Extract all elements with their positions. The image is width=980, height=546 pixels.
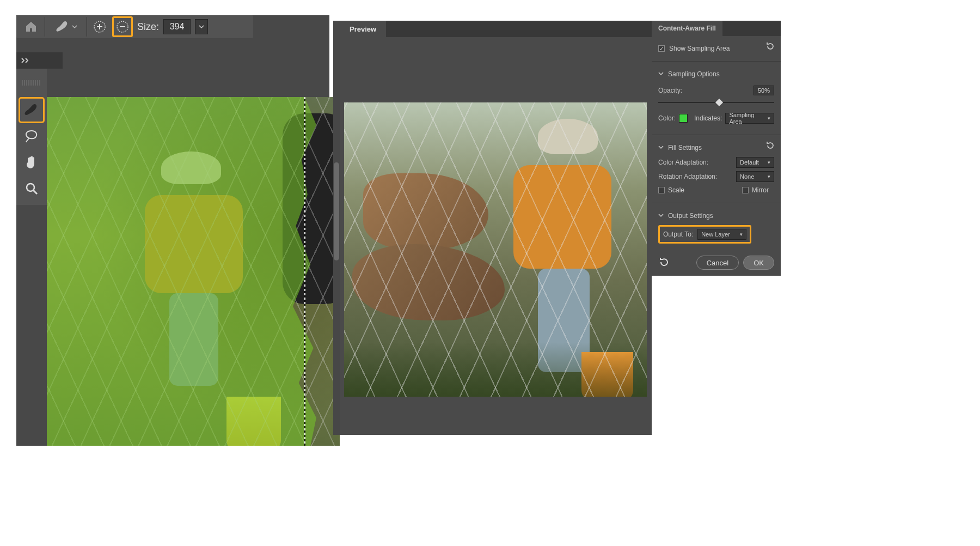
- preview-canvas[interactable]: [344, 102, 647, 397]
- indicates-dropdown[interactable]: Sampling Area ▾: [725, 113, 774, 124]
- color-adaptation-value: Default: [740, 159, 759, 166]
- svg-point-2: [27, 184, 34, 191]
- indicates-label: Indicates:: [694, 114, 722, 122]
- divider: [45, 17, 45, 37]
- sampling-canvas[interactable]: [47, 97, 340, 446]
- chevron-down-icon: [658, 144, 664, 151]
- chevron-down-icon: ▾: [740, 232, 743, 237]
- grip-icon: [22, 80, 41, 86]
- opacity-label: Opacity:: [658, 87, 682, 94]
- show-sampling-checkbox[interactable]: [658, 45, 665, 52]
- home-icon: [24, 21, 38, 33]
- selection-edge: [304, 97, 305, 446]
- slider-thumb-icon: [715, 99, 722, 106]
- reset-fill-settings-button[interactable]: [765, 141, 775, 150]
- lasso-icon: [24, 129, 39, 143]
- fill-settings-header[interactable]: Fill Settings: [658, 144, 774, 151]
- reset-icon: [765, 41, 775, 51]
- tab-content-aware-fill[interactable]: Content-Aware Fill: [652, 21, 722, 36]
- color-adaptation-label: Color Adaptation:: [658, 159, 708, 166]
- sampling-options-header[interactable]: Sampling Options: [658, 70, 774, 78]
- chevron-down-icon: [658, 212, 664, 220]
- reset-icon: [765, 141, 775, 150]
- subtract-highlight: [112, 16, 133, 37]
- ok-button[interactable]: OK: [743, 256, 774, 270]
- fence-overlay: [344, 102, 647, 397]
- preview-tabbar: Preview: [340, 21, 652, 37]
- brush-preset-picker[interactable]: [50, 17, 82, 36]
- reset-all-button[interactable]: [658, 256, 670, 270]
- hand-tool[interactable]: [20, 150, 44, 174]
- divider: [87, 17, 87, 37]
- mirror-label: Mirror: [752, 186, 769, 194]
- scale-checkbox[interactable]: [658, 187, 665, 193]
- rotation-adaptation-label: Rotation Adaptation:: [658, 173, 717, 180]
- sampling-brush-tool[interactable]: [20, 98, 44, 122]
- chevron-down-icon: [658, 70, 664, 78]
- output-to-label: Output To:: [663, 230, 693, 238]
- chevron-down-icon: ▾: [768, 116, 770, 121]
- sampling-workspace: Size:: [16, 15, 329, 446]
- sampling-color-swatch[interactable]: [679, 114, 688, 123]
- content-aware-fill-panel: Content-Aware Fill Show Sampling Area Sa…: [652, 21, 781, 276]
- brush-size-dropdown[interactable]: [195, 19, 208, 34]
- add-to-sampling-button[interactable]: [91, 19, 108, 35]
- opacity-slider[interactable]: [658, 99, 774, 106]
- brush-icon: [54, 20, 71, 33]
- output-to-highlight: Output To: New Layer ▾: [658, 225, 751, 244]
- brush-size-input[interactable]: [163, 19, 191, 34]
- brush-icon: [23, 103, 40, 117]
- panel-scrollbar: [333, 21, 340, 435]
- rotation-adaptation-dropdown[interactable]: None ▾: [736, 171, 774, 182]
- opacity-input[interactable]: [754, 86, 774, 95]
- reset-show-sampling-button[interactable]: [765, 41, 775, 51]
- home-button[interactable]: [22, 17, 40, 36]
- sampling-options-label: Sampling Options: [668, 70, 720, 78]
- hand-icon: [24, 155, 39, 170]
- rotation-adaptation-value: None: [740, 173, 754, 180]
- lasso-tool[interactable]: [20, 124, 44, 148]
- scrollbar-thumb[interactable]: [334, 162, 339, 260]
- preview-panel: Preview: [340, 21, 652, 435]
- reset-icon: [658, 256, 670, 268]
- indicates-value: Sampling Area: [729, 112, 764, 125]
- tab-preview[interactable]: Preview: [340, 21, 386, 37]
- toolbox-grip[interactable]: [16, 69, 47, 97]
- caf-footer: Cancel OK: [652, 249, 781, 276]
- minus-circle-icon: [115, 20, 130, 34]
- color-adaptation-dropdown[interactable]: Default ▾: [736, 157, 774, 168]
- scale-label: Scale: [668, 186, 684, 194]
- chevron-down-icon: [72, 24, 77, 29]
- mirror-checkbox[interactable]: [742, 187, 749, 193]
- show-sampling-section: Show Sampling Area: [652, 36, 781, 62]
- caf-tabbar: Content-Aware Fill: [652, 21, 781, 36]
- output-to-value: New Layer: [701, 231, 730, 238]
- output-settings-header[interactable]: Output Settings: [658, 212, 774, 220]
- output-settings-section: Output Settings Output To: New Layer ▾: [652, 203, 781, 249]
- size-label: Size:: [137, 21, 159, 33]
- sampling-options-section: Sampling Options Opacity: Color: Indicat…: [652, 62, 781, 135]
- sampling-area-overlay: [47, 97, 340, 446]
- panel-collapse-bar[interactable]: [16, 52, 63, 69]
- double-chevron-right-icon: [21, 57, 32, 64]
- chevron-down-icon: ▾: [768, 174, 770, 179]
- fill-settings-label: Fill Settings: [668, 144, 702, 151]
- chevron-down-icon: ▾: [768, 160, 770, 165]
- chevron-down-icon: [199, 24, 204, 29]
- subtract-from-sampling-button[interactable]: [114, 19, 131, 35]
- plus-circle-icon: [93, 20, 107, 34]
- cancel-button[interactable]: Cancel: [696, 256, 739, 270]
- color-label: Color:: [658, 114, 676, 122]
- toolbox: [16, 97, 47, 205]
- output-to-dropdown[interactable]: New Layer ▾: [697, 229, 746, 240]
- brush-options-bar: Size:: [16, 15, 253, 38]
- magnifier-icon: [24, 181, 39, 196]
- output-settings-label: Output Settings: [668, 212, 713, 220]
- fill-settings-section: Fill Settings Color Adaptation: Default …: [652, 135, 781, 203]
- zoom-tool[interactable]: [20, 177, 44, 201]
- show-sampling-label: Show Sampling Area: [669, 45, 730, 52]
